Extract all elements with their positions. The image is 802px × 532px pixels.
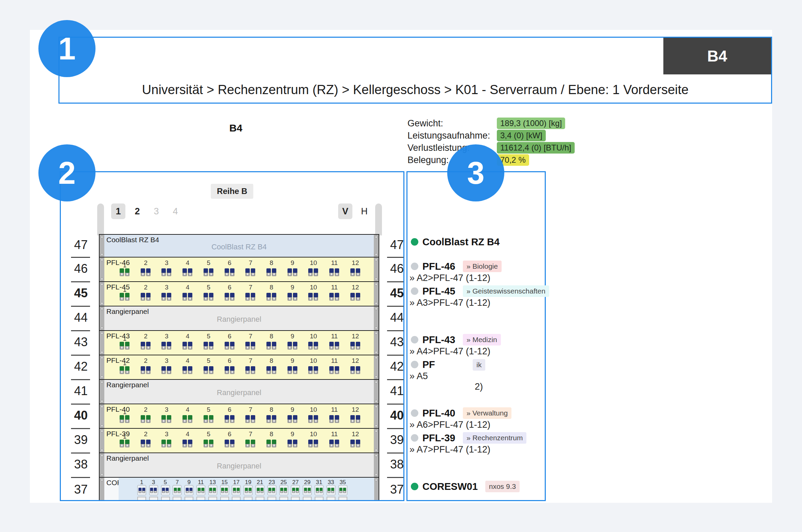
rail-hole xyxy=(375,307,378,310)
rail-hole xyxy=(375,430,378,432)
rack-row-pfl-46[interactable]: PFL-46123456789101112 xyxy=(99,257,379,282)
port-pair-icon xyxy=(350,366,360,374)
port-pair-icon xyxy=(120,268,129,276)
rack-row-rangierpanel[interactable]: RangierpanelRangierpanel xyxy=(99,379,379,404)
rack-row-pfl-43[interactable]: PFL-43123456789101112 xyxy=(99,330,379,355)
breadcrumb[interactable]: Universität > Rechenzentrum (RZ) > Kelle… xyxy=(59,83,771,97)
device-item[interactable]: CoolBlast RZ B4 xyxy=(409,235,543,248)
unit-separator xyxy=(387,428,404,429)
rack-rail-top-left xyxy=(97,203,104,235)
port-number: 8 xyxy=(264,357,279,365)
unit-separator xyxy=(387,355,404,356)
port-number: 10 xyxy=(306,259,321,267)
route-fragment-right: 2) xyxy=(475,382,483,392)
port-pair-icon xyxy=(161,268,171,276)
core-empty-slot xyxy=(196,497,205,501)
page-button-3[interactable]: 3 xyxy=(149,203,163,219)
rack-row-pfl-45[interactable]: PFL-45123456789101112 xyxy=(99,281,379,306)
rack-row-pfl-42[interactable]: PFL-42123456789101112 xyxy=(99,355,379,380)
port-pair-icon xyxy=(182,366,192,374)
device-item[interactable]: PFik xyxy=(409,358,543,371)
port-number: 12 xyxy=(348,357,363,365)
unit-number-left: 37 xyxy=(70,482,91,497)
page-button-2[interactable]: 2 xyxy=(130,203,144,219)
core-port xyxy=(303,485,312,495)
unit-separator xyxy=(387,306,404,307)
rail-hole xyxy=(101,326,103,329)
device-item[interactable]: CORESW01nxos 9.3 xyxy=(409,480,543,493)
device-badge: » Verwaltung xyxy=(463,407,511,419)
port-pair-icon xyxy=(221,487,228,493)
device-item[interactable]: PFL-40» Verwaltung xyxy=(409,407,543,420)
status-dot-green xyxy=(411,238,418,246)
port-pair-icon xyxy=(182,268,192,276)
page-button-4[interactable]: 4 xyxy=(168,203,182,219)
device-item[interactable]: PFL-43» Medizin xyxy=(409,333,543,346)
port-pair-icon xyxy=(245,293,255,301)
port-pair-icon xyxy=(257,487,263,493)
device-badge: » Rechenzentrum xyxy=(463,432,527,444)
core-port xyxy=(137,485,146,495)
rail-hole xyxy=(101,356,103,359)
unit-separator xyxy=(71,453,90,454)
core-port-number: 15 xyxy=(219,479,230,486)
port-number: 9 xyxy=(285,406,300,413)
core-port-number: 3 xyxy=(148,479,159,486)
view-buttons: VH xyxy=(338,203,371,219)
view-button-V[interactable]: V xyxy=(338,203,352,219)
port-number: 12 xyxy=(348,259,363,267)
port-number: 6 xyxy=(222,406,237,413)
core-port-number: 21 xyxy=(254,479,266,486)
port-number: 7 xyxy=(243,357,258,365)
rack-row-core[interactable]: CORE1357911131517192123252729313335 xyxy=(99,477,379,501)
core-port xyxy=(149,485,158,495)
port-pair-icon xyxy=(350,293,360,301)
core-port-number: 23 xyxy=(266,479,278,486)
annotation-marker-1: 1 xyxy=(38,20,95,77)
rack-row-rangierpanel[interactable]: RangierpanelRangierpanel xyxy=(99,306,379,331)
core-empty-slot xyxy=(291,497,300,501)
port-pair-icon xyxy=(120,440,129,447)
rail-hole xyxy=(375,449,378,451)
core-empty-slot xyxy=(173,497,181,501)
core-empty-slot xyxy=(137,497,146,501)
port-number: 7 xyxy=(243,406,258,413)
port-pair-icon xyxy=(150,487,157,493)
port-number: 2 xyxy=(138,406,153,413)
port-pair-icon xyxy=(204,415,213,423)
port-pair-icon xyxy=(182,440,192,447)
core-port-number: 19 xyxy=(242,479,254,486)
port-number: 12 xyxy=(348,333,363,340)
unit-number-left: 44 xyxy=(70,311,91,325)
port-number: 2 xyxy=(138,430,153,438)
rail-hole xyxy=(101,473,103,476)
port-pair-icon xyxy=(328,487,334,493)
device-ghost-label: CoolBlast RZ B4 xyxy=(100,243,379,251)
device-item[interactable]: PFL-45» Geisteswissenschaften xyxy=(409,285,543,298)
rack-row-pfl-39[interactable]: PFL-39123456789101112 xyxy=(99,428,379,453)
stat-value-badge: 189,3 (1000) [kg] xyxy=(497,118,565,129)
port-pair-icon xyxy=(329,293,339,301)
rack-row-pfl-40[interactable]: PFL-40123456789101112 xyxy=(99,404,379,429)
rail-hole xyxy=(375,381,378,384)
port-pair-icon xyxy=(141,293,151,301)
core-empty-slot xyxy=(303,497,312,501)
unit-number-right: 43 xyxy=(386,335,404,349)
core-port-number: 13 xyxy=(207,479,219,486)
port-number: 10 xyxy=(306,333,321,340)
rail-hole xyxy=(101,332,103,335)
device-item[interactable]: PFL-39» Rechenzentrum xyxy=(409,431,543,444)
core-port xyxy=(291,485,300,495)
device-name: PFL-45 xyxy=(422,286,455,297)
page-button-1[interactable]: 1 xyxy=(111,203,125,219)
core-port xyxy=(338,485,347,495)
port-number: 7 xyxy=(243,284,258,291)
rack-row-coolblast-rz-b4[interactable]: CoolBlast RZ B4CoolBlast RZ B4 xyxy=(99,234,379,258)
device-item[interactable]: PFL-46» Biologie xyxy=(409,260,543,273)
port-number: 4 xyxy=(180,284,195,291)
port-pair-icon xyxy=(204,342,213,350)
view-button-H[interactable]: H xyxy=(357,203,371,219)
port-number: 3 xyxy=(159,357,174,365)
rack-row-rangierpanel[interactable]: RangierpanelRangierpanel xyxy=(99,453,379,478)
port-number: 5 xyxy=(201,357,216,365)
